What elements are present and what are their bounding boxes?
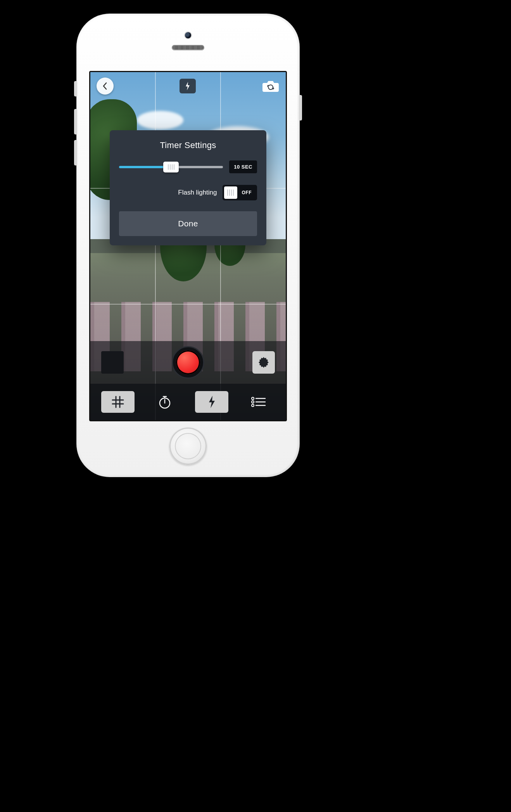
gear-icon [257, 356, 270, 369]
grid-toggle-button[interactable] [101, 391, 135, 413]
flash-toggle-label: Flash lighting [178, 189, 217, 197]
grid-icon [111, 395, 124, 409]
modal-title: Timer Settings [119, 140, 257, 150]
svg-point-2 [252, 401, 254, 403]
timer-button[interactable] [148, 391, 181, 413]
record-indicator [176, 350, 200, 374]
flash-icon [208, 396, 216, 408]
volume-up-button [74, 109, 77, 134]
capture-bar [90, 341, 286, 384]
top-bar [90, 72, 286, 100]
camera-switch-icon [262, 79, 280, 93]
slider-thumb[interactable] [163, 162, 179, 172]
mode-toolbar [90, 384, 286, 420]
earpiece-speaker [172, 45, 204, 50]
switch-camera-button[interactable] [262, 79, 280, 93]
mute-switch [74, 81, 77, 97]
svg-point-1 [252, 397, 254, 400]
power-button [299, 95, 302, 121]
timer-icon [158, 395, 172, 409]
flash-toggle-button[interactable] [195, 391, 228, 413]
flash-toggle[interactable]: OFF [223, 185, 257, 200]
toggle-state-label: OFF [238, 190, 256, 195]
timer-value-badge: 10 SEC [229, 160, 257, 173]
flash-toggle-row: Flash lighting OFF [119, 185, 257, 200]
volume-down-button [74, 140, 77, 166]
chevron-left-icon [102, 82, 108, 90]
record-button[interactable] [172, 346, 204, 379]
front-camera [185, 32, 191, 38]
options-button[interactable] [242, 391, 275, 413]
toggle-knob[interactable] [224, 186, 237, 199]
options-list-icon [251, 397, 266, 407]
phone-frame: Timer Settings 10 SEC Flash lighting OFF… [76, 14, 300, 477]
scene-cloud [137, 111, 183, 129]
home-button[interactable] [169, 428, 207, 465]
back-button[interactable] [97, 78, 114, 95]
svg-point-3 [252, 404, 254, 407]
flash-icon [185, 82, 190, 90]
settings-button[interactable] [252, 351, 275, 374]
screen: Timer Settings 10 SEC Flash lighting OFF… [89, 71, 287, 421]
flash-mode-button[interactable] [180, 79, 196, 93]
done-button[interactable]: Done [119, 211, 257, 236]
timer-settings-modal: Timer Settings 10 SEC Flash lighting OFF… [110, 130, 266, 245]
timer-slider[interactable] [119, 166, 223, 168]
last-photo-thumbnail[interactable] [101, 351, 124, 374]
timer-slider-row: 10 SEC [119, 160, 257, 173]
